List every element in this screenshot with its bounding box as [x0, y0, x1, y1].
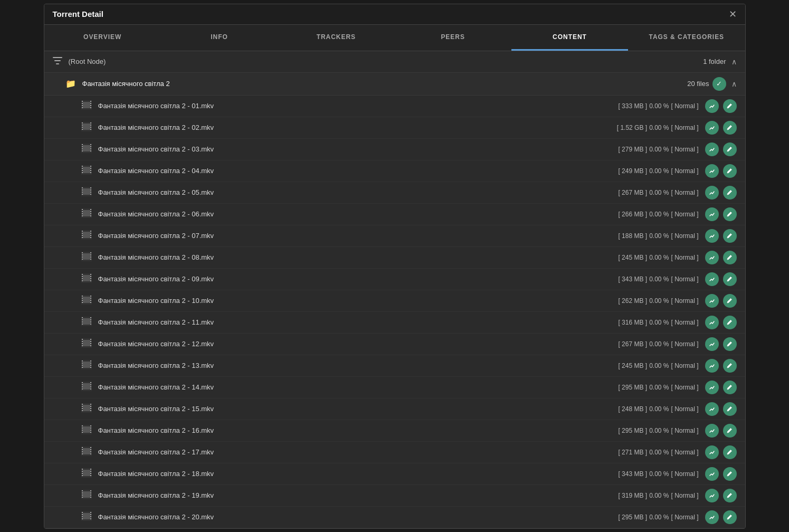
file-progress-button[interactable]: [705, 316, 719, 329]
file-row: Фантазія місячного світла 2 - 03.mkv [ 2…: [44, 139, 745, 160]
file-progress-button[interactable]: [705, 467, 719, 481]
file-edit-button[interactable]: [723, 510, 737, 524]
root-info: 1 folder ∧: [703, 58, 736, 66]
file-edit-button[interactable]: [723, 359, 737, 373]
file-edit-button[interactable]: [723, 424, 737, 438]
file-progress-button[interactable]: [705, 381, 719, 394]
file-name: Фантазія місячного світла 2 - 17.mkv: [98, 448, 619, 456]
svg-rect-119: [90, 280, 91, 281]
root-collapse-icon[interactable]: ∧: [731, 58, 737, 66]
file-edit-button[interactable]: [723, 229, 737, 243]
file-action-buttons: [705, 445, 737, 459]
file-name: Фантазія місячного світла 2 - 06.mkv: [98, 210, 619, 218]
svg-rect-184: [90, 388, 91, 390]
filter-icon[interactable]: [53, 56, 62, 67]
folder-info: 20 files ✓ ∧: [687, 77, 736, 91]
file-edit-button[interactable]: [723, 99, 737, 113]
file-name: Фантазія місячного світла 2 - 03.mkv: [98, 145, 619, 153]
tab-peers[interactable]: PEERS: [394, 25, 511, 51]
file-progress-button[interactable]: [705, 99, 719, 113]
svg-rect-204: [82, 428, 83, 429]
svg-rect-163: [81, 368, 92, 369]
file-edit-button[interactable]: [723, 294, 737, 308]
file-edit-button[interactable]: [723, 251, 737, 264]
svg-rect-102: [82, 259, 83, 260]
svg-rect-27: [90, 127, 91, 128]
file-edit-button[interactable]: [723, 402, 737, 416]
file-progress-button[interactable]: [705, 207, 719, 221]
file-action-buttons: [705, 99, 737, 113]
file-edit-button[interactable]: [723, 272, 737, 286]
folder-collapse-icon[interactable]: ∧: [731, 80, 737, 88]
file-progress-button[interactable]: [705, 445, 719, 459]
svg-rect-168: [90, 360, 91, 362]
file-progress-button[interactable]: [705, 337, 719, 351]
svg-rect-73: [82, 209, 83, 210]
file-edit-button[interactable]: [723, 316, 737, 329]
file-size: [ 295 MB ]: [618, 514, 647, 521]
file-progress-button[interactable]: [705, 121, 719, 135]
file-progress-button[interactable]: [705, 424, 719, 438]
svg-rect-246: [90, 490, 91, 491]
file-progress-button[interactable]: [705, 164, 719, 178]
file-progress-button[interactable]: [705, 272, 719, 286]
svg-rect-92: [90, 235, 91, 236]
file-meta: [ 333 MB ] 0.00 % [ Normal ]: [618, 102, 698, 110]
file-edit-button[interactable]: [723, 207, 737, 221]
svg-rect-137: [81, 325, 92, 326]
file-progress-button[interactable]: [705, 510, 719, 524]
file-edit-button[interactable]: [723, 467, 737, 481]
file-edit-button[interactable]: [723, 186, 737, 200]
file-name: Фантазія місячного світла 2 - 02.mkv: [98, 124, 617, 131]
file-progress-button[interactable]: [705, 402, 719, 416]
svg-rect-138: [82, 317, 83, 318]
svg-rect-11: [82, 107, 83, 108]
film-icon: [81, 100, 92, 111]
file-progress-button[interactable]: [705, 186, 719, 200]
file-edit-button[interactable]: [723, 164, 737, 178]
svg-rect-48: [82, 168, 83, 169]
file-name: Фантазія місячного світла 2 - 04.mkv: [98, 167, 619, 175]
tab-tags-categories[interactable]: TAGS & CATEGORIES: [628, 25, 745, 51]
file-progress-button[interactable]: [705, 294, 719, 308]
file-percent: 0.00 %: [649, 232, 669, 240]
svg-rect-206: [82, 432, 83, 433]
file-edit-button[interactable]: [723, 445, 737, 459]
file-progress-button[interactable]: [705, 251, 719, 264]
file-priority: [ Normal ]: [671, 276, 698, 283]
file-meta: [ 316 MB ] 0.00 % [ Normal ]: [618, 319, 698, 326]
tab-overview[interactable]: OVERVIEW: [44, 25, 161, 51]
film-icon: [81, 468, 92, 479]
file-size: [ 316 MB ]: [618, 319, 647, 326]
file-priority: [ Normal ]: [671, 470, 698, 478]
tab-info[interactable]: INFO: [161, 25, 278, 51]
svg-rect-51: [90, 166, 91, 167]
svg-rect-169: [90, 363, 91, 364]
file-row: Фантазія місячного світла 2 - 02.mkv [ 1…: [44, 117, 745, 139]
file-edit-button[interactable]: [723, 121, 737, 135]
tab-content[interactable]: CONTENT: [511, 25, 628, 51]
file-progress-button[interactable]: [705, 142, 719, 156]
file-edit-button[interactable]: [723, 142, 737, 156]
file-name: Фантазія місячного світла 2 - 12.mkv: [98, 340, 619, 348]
file-name: Фантазія місячного світла 2 - 09.mkv: [98, 275, 619, 283]
svg-rect-256: [82, 514, 83, 515]
film-icon: [81, 425, 92, 436]
file-edit-button[interactable]: [723, 381, 737, 394]
close-button[interactable]: ✕: [729, 10, 737, 19]
file-row: Фантазія місячного світла 2 - 13.mkv [ 2…: [44, 355, 745, 377]
svg-rect-144: [90, 321, 91, 322]
file-progress-button[interactable]: [705, 489, 719, 502]
file-meta: [ 262 MB ] 0.00 % [ Normal ]: [618, 297, 698, 305]
file-priority: [ Normal ]: [671, 167, 698, 175]
file-meta: [ 343 MB ] 0.00 % [ Normal ]: [618, 276, 698, 283]
tab-trackers[interactable]: TRACKERS: [278, 25, 394, 51]
file-edit-button[interactable]: [723, 489, 737, 502]
svg-rect-25: [90, 122, 91, 124]
svg-rect-155: [90, 339, 91, 340]
file-edit-button[interactable]: [723, 337, 737, 351]
file-progress-button[interactable]: [705, 229, 719, 243]
file-progress-button[interactable]: [705, 359, 719, 373]
folder-check-button[interactable]: ✓: [712, 77, 726, 91]
file-priority: [ Normal ]: [671, 102, 698, 110]
